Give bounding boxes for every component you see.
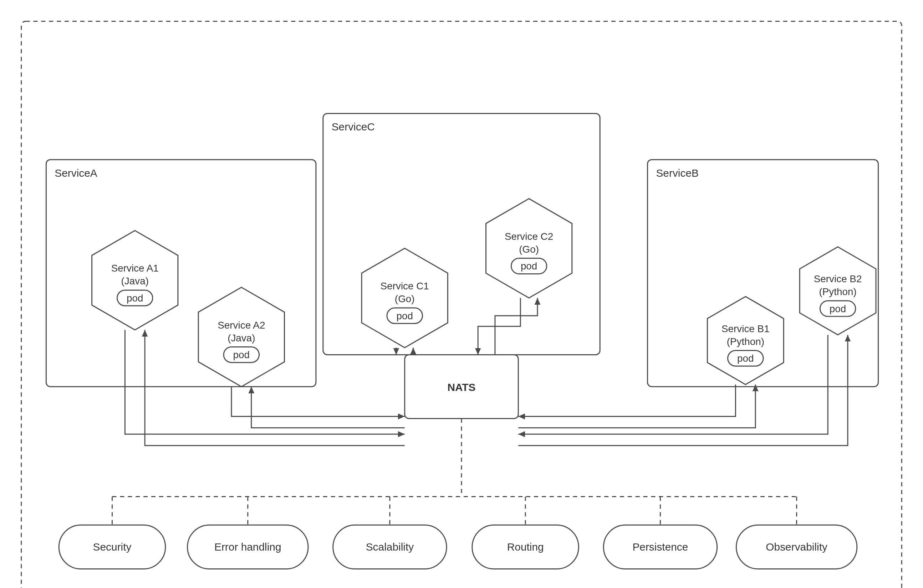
service-A2-pod-label: pod	[233, 349, 250, 360]
edge-B1-out	[518, 385, 736, 417]
service-C2-pod-label: pod	[521, 260, 537, 272]
hub-label: NATS	[447, 381, 475, 393]
capability-5-label: Observability	[766, 541, 828, 553]
service-C2-name: Service C2	[505, 231, 553, 242]
service-B2-pod-label: pod	[829, 303, 846, 314]
service-B2-lang: (Python)	[819, 286, 856, 297]
edge-A2-out	[232, 387, 405, 417]
capability-2-label: Scalability	[366, 541, 414, 553]
service-A2-name: Service A2	[218, 319, 265, 331]
service-C1-name: Service C1	[381, 280, 429, 292]
service-C1-lang: (Go)	[395, 293, 415, 304]
group-A-title: ServiceA	[54, 167, 97, 179]
service-C1-pod-label: pod	[396, 310, 413, 321]
architecture-diagram: ServiceAServiceCServiceBNATSService A1(J…	[0, 0, 923, 588]
service-B1-name: Service B1	[721, 323, 770, 334]
edge-A2-in	[251, 387, 405, 427]
service-A1-name: Service A1	[111, 263, 159, 274]
service-B1-pod-label: pod	[737, 353, 754, 364]
service-B2-name: Service B2	[814, 274, 862, 284]
capability-1-label: Error handling	[214, 541, 281, 553]
capability-3-label: Routing	[507, 541, 544, 553]
group-C-title: ServiceC	[332, 121, 375, 133]
group-B-title: ServiceB	[656, 167, 698, 179]
service-A1-pod-label: pod	[126, 293, 143, 304]
service-C2-lang: (Go)	[519, 244, 539, 255]
service-B1-lang: (Python)	[727, 336, 764, 347]
edge-B1-in	[518, 385, 755, 427]
capability-0-label: Security	[93, 541, 131, 553]
capability-4-label: Persistence	[632, 541, 688, 553]
service-A1-lang: (Java)	[121, 275, 149, 287]
service-A2-lang: (Java)	[228, 332, 255, 344]
